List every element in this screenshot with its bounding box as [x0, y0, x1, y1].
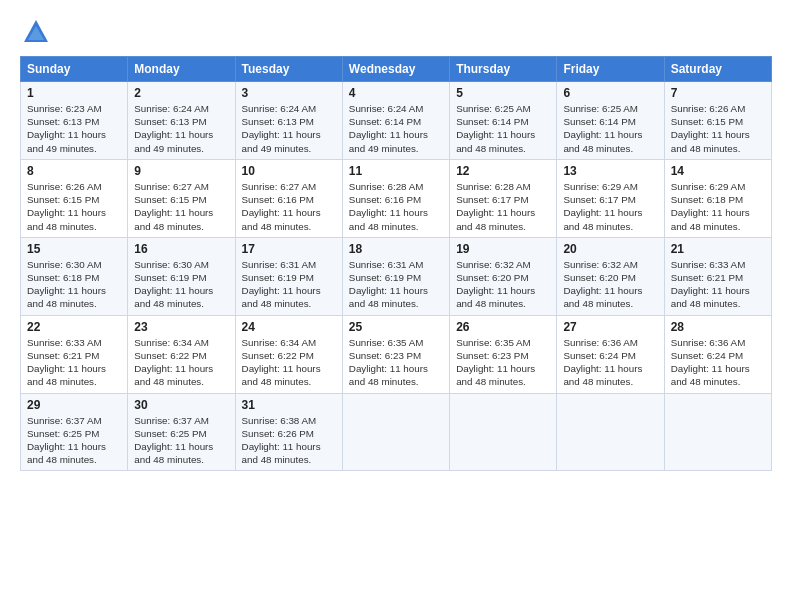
- calendar-table: SundayMondayTuesdayWednesdayThursdayFrid…: [20, 56, 772, 471]
- calendar-cell: 8Sunrise: 6:26 AMSunset: 6:15 PMDaylight…: [21, 159, 128, 237]
- day-number: 2: [134, 86, 228, 100]
- day-detail: Sunrise: 6:29 AMSunset: 6:17 PMDaylight:…: [563, 180, 657, 233]
- day-detail: Sunrise: 6:26 AMSunset: 6:15 PMDaylight:…: [27, 180, 121, 233]
- calendar-cell: 14Sunrise: 6:29 AMSunset: 6:18 PMDayligh…: [664, 159, 771, 237]
- col-header-friday: Friday: [557, 57, 664, 82]
- calendar-cell: 17Sunrise: 6:31 AMSunset: 6:19 PMDayligh…: [235, 237, 342, 315]
- day-detail: Sunrise: 6:36 AMSunset: 6:24 PMDaylight:…: [563, 336, 657, 389]
- day-number: 6: [563, 86, 657, 100]
- calendar-cell: 5Sunrise: 6:25 AMSunset: 6:14 PMDaylight…: [450, 82, 557, 160]
- day-detail: Sunrise: 6:30 AMSunset: 6:19 PMDaylight:…: [134, 258, 228, 311]
- header: [20, 18, 772, 46]
- day-detail: Sunrise: 6:29 AMSunset: 6:18 PMDaylight:…: [671, 180, 765, 233]
- day-number: 26: [456, 320, 550, 334]
- day-detail: Sunrise: 6:28 AMSunset: 6:16 PMDaylight:…: [349, 180, 443, 233]
- calendar-cell: 4Sunrise: 6:24 AMSunset: 6:14 PMDaylight…: [342, 82, 449, 160]
- calendar-cell: 15Sunrise: 6:30 AMSunset: 6:18 PMDayligh…: [21, 237, 128, 315]
- day-number: 11: [349, 164, 443, 178]
- calendar-cell: 22Sunrise: 6:33 AMSunset: 6:21 PMDayligh…: [21, 315, 128, 393]
- day-number: 24: [242, 320, 336, 334]
- day-detail: Sunrise: 6:37 AMSunset: 6:25 PMDaylight:…: [27, 414, 121, 467]
- day-detail: Sunrise: 6:27 AMSunset: 6:15 PMDaylight:…: [134, 180, 228, 233]
- calendar-week-3: 15Sunrise: 6:30 AMSunset: 6:18 PMDayligh…: [21, 237, 772, 315]
- day-number: 23: [134, 320, 228, 334]
- day-number: 21: [671, 242, 765, 256]
- calendar-cell: 23Sunrise: 6:34 AMSunset: 6:22 PMDayligh…: [128, 315, 235, 393]
- calendar-cell: 7Sunrise: 6:26 AMSunset: 6:15 PMDaylight…: [664, 82, 771, 160]
- day-number: 17: [242, 242, 336, 256]
- calendar-cell: 6Sunrise: 6:25 AMSunset: 6:14 PMDaylight…: [557, 82, 664, 160]
- calendar-cell: 3Sunrise: 6:24 AMSunset: 6:13 PMDaylight…: [235, 82, 342, 160]
- calendar-cell: [342, 393, 449, 471]
- day-number: 1: [27, 86, 121, 100]
- calendar-cell: 13Sunrise: 6:29 AMSunset: 6:17 PMDayligh…: [557, 159, 664, 237]
- calendar-cell: 19Sunrise: 6:32 AMSunset: 6:20 PMDayligh…: [450, 237, 557, 315]
- col-header-thursday: Thursday: [450, 57, 557, 82]
- day-number: 28: [671, 320, 765, 334]
- day-number: 16: [134, 242, 228, 256]
- day-number: 5: [456, 86, 550, 100]
- day-detail: Sunrise: 6:23 AMSunset: 6:13 PMDaylight:…: [27, 102, 121, 155]
- day-detail: Sunrise: 6:24 AMSunset: 6:13 PMDaylight:…: [134, 102, 228, 155]
- logo-icon: [22, 18, 50, 46]
- calendar-week-1: 1Sunrise: 6:23 AMSunset: 6:13 PMDaylight…: [21, 82, 772, 160]
- calendar-cell: 30Sunrise: 6:37 AMSunset: 6:25 PMDayligh…: [128, 393, 235, 471]
- calendar-cell: 26Sunrise: 6:35 AMSunset: 6:23 PMDayligh…: [450, 315, 557, 393]
- day-number: 31: [242, 398, 336, 412]
- calendar-week-4: 22Sunrise: 6:33 AMSunset: 6:21 PMDayligh…: [21, 315, 772, 393]
- calendar-cell: [664, 393, 771, 471]
- day-number: 8: [27, 164, 121, 178]
- day-detail: Sunrise: 6:38 AMSunset: 6:26 PMDaylight:…: [242, 414, 336, 467]
- calendar-cell: 21Sunrise: 6:33 AMSunset: 6:21 PMDayligh…: [664, 237, 771, 315]
- day-number: 22: [27, 320, 121, 334]
- calendar-cell: 1Sunrise: 6:23 AMSunset: 6:13 PMDaylight…: [21, 82, 128, 160]
- day-number: 3: [242, 86, 336, 100]
- calendar-cell: 16Sunrise: 6:30 AMSunset: 6:19 PMDayligh…: [128, 237, 235, 315]
- calendar-cell: 2Sunrise: 6:24 AMSunset: 6:13 PMDaylight…: [128, 82, 235, 160]
- header-row: SundayMondayTuesdayWednesdayThursdayFrid…: [21, 57, 772, 82]
- day-number: 15: [27, 242, 121, 256]
- calendar-cell: 11Sunrise: 6:28 AMSunset: 6:16 PMDayligh…: [342, 159, 449, 237]
- day-number: 9: [134, 164, 228, 178]
- day-detail: Sunrise: 6:32 AMSunset: 6:20 PMDaylight:…: [456, 258, 550, 311]
- day-detail: Sunrise: 6:25 AMSunset: 6:14 PMDaylight:…: [456, 102, 550, 155]
- day-detail: Sunrise: 6:36 AMSunset: 6:24 PMDaylight:…: [671, 336, 765, 389]
- day-detail: Sunrise: 6:34 AMSunset: 6:22 PMDaylight:…: [242, 336, 336, 389]
- day-number: 19: [456, 242, 550, 256]
- day-number: 12: [456, 164, 550, 178]
- day-detail: Sunrise: 6:37 AMSunset: 6:25 PMDaylight:…: [134, 414, 228, 467]
- day-number: 13: [563, 164, 657, 178]
- day-number: 18: [349, 242, 443, 256]
- col-header-monday: Monday: [128, 57, 235, 82]
- calendar-cell: 27Sunrise: 6:36 AMSunset: 6:24 PMDayligh…: [557, 315, 664, 393]
- day-number: 30: [134, 398, 228, 412]
- day-detail: Sunrise: 6:31 AMSunset: 6:19 PMDaylight:…: [242, 258, 336, 311]
- day-number: 20: [563, 242, 657, 256]
- calendar-week-2: 8Sunrise: 6:26 AMSunset: 6:15 PMDaylight…: [21, 159, 772, 237]
- day-detail: Sunrise: 6:33 AMSunset: 6:21 PMDaylight:…: [671, 258, 765, 311]
- calendar-cell: 28Sunrise: 6:36 AMSunset: 6:24 PMDayligh…: [664, 315, 771, 393]
- day-detail: Sunrise: 6:27 AMSunset: 6:16 PMDaylight:…: [242, 180, 336, 233]
- calendar-cell: [557, 393, 664, 471]
- day-number: 27: [563, 320, 657, 334]
- day-detail: Sunrise: 6:28 AMSunset: 6:17 PMDaylight:…: [456, 180, 550, 233]
- col-header-sunday: Sunday: [21, 57, 128, 82]
- day-detail: Sunrise: 6:33 AMSunset: 6:21 PMDaylight:…: [27, 336, 121, 389]
- day-number: 7: [671, 86, 765, 100]
- calendar-cell: 29Sunrise: 6:37 AMSunset: 6:25 PMDayligh…: [21, 393, 128, 471]
- col-header-saturday: Saturday: [664, 57, 771, 82]
- day-number: 25: [349, 320, 443, 334]
- calendar-cell: 31Sunrise: 6:38 AMSunset: 6:26 PMDayligh…: [235, 393, 342, 471]
- calendar-cell: 20Sunrise: 6:32 AMSunset: 6:20 PMDayligh…: [557, 237, 664, 315]
- day-detail: Sunrise: 6:24 AMSunset: 6:13 PMDaylight:…: [242, 102, 336, 155]
- calendar-cell: 25Sunrise: 6:35 AMSunset: 6:23 PMDayligh…: [342, 315, 449, 393]
- day-detail: Sunrise: 6:24 AMSunset: 6:14 PMDaylight:…: [349, 102, 443, 155]
- day-detail: Sunrise: 6:32 AMSunset: 6:20 PMDaylight:…: [563, 258, 657, 311]
- day-number: 29: [27, 398, 121, 412]
- day-detail: Sunrise: 6:35 AMSunset: 6:23 PMDaylight:…: [456, 336, 550, 389]
- day-detail: Sunrise: 6:26 AMSunset: 6:15 PMDaylight:…: [671, 102, 765, 155]
- day-detail: Sunrise: 6:35 AMSunset: 6:23 PMDaylight:…: [349, 336, 443, 389]
- col-header-tuesday: Tuesday: [235, 57, 342, 82]
- calendar-week-5: 29Sunrise: 6:37 AMSunset: 6:25 PMDayligh…: [21, 393, 772, 471]
- day-number: 14: [671, 164, 765, 178]
